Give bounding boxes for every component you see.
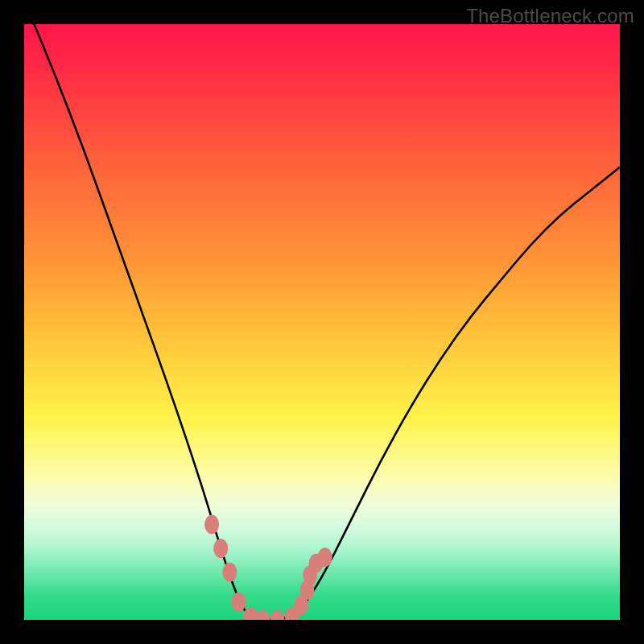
marker-dot	[213, 539, 228, 558]
marker-dot	[255, 610, 270, 620]
marker-dot	[204, 515, 219, 535]
marker-group	[204, 515, 332, 620]
marker-dot	[231, 592, 246, 612]
curve-layer	[24, 24, 620, 620]
marker-dot	[270, 610, 285, 620]
bottleneck-curve	[24, 24, 620, 620]
plot-area	[24, 24, 620, 620]
marker-dot	[318, 547, 332, 567]
chart-frame: TheBottleneck.com	[0, 0, 644, 644]
marker-dot	[222, 563, 237, 582]
